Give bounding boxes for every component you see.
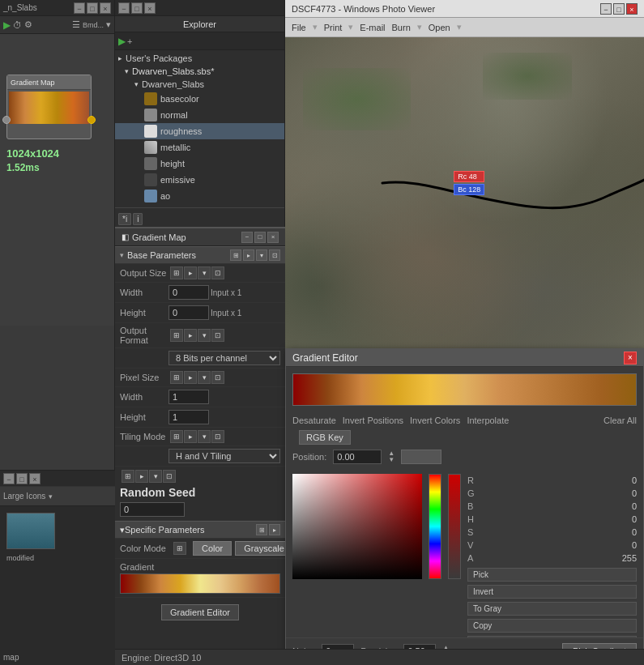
bottom-close-btn[interactable]: × xyxy=(29,473,41,484)
desaturate-btn[interactable]: Desaturate xyxy=(292,416,336,425)
package-item[interactable]: ▾ Dwarven_Slabs.sbs* xyxy=(115,65,284,78)
exp-add-icon[interactable]: + xyxy=(127,36,132,46)
close-left-btn[interactable]: × xyxy=(100,2,111,14)
base-icon1[interactable]: ⊞ xyxy=(230,249,241,261)
photo-max-btn[interactable]: □ xyxy=(613,3,625,15)
menu-open[interactable]: Open xyxy=(429,23,450,32)
base-params-header[interactable]: ▾ Base Parameters ⊞ ▸ ▾ ⊡ xyxy=(115,246,285,264)
tree-btn-i[interactable]: i xyxy=(133,213,143,225)
menu-file[interactable]: File xyxy=(292,23,306,32)
ps-icon1[interactable]: ⊞ xyxy=(170,371,183,384)
node-canvas[interactable]: Gradient Map 1024x1024 1.52ms xyxy=(0,34,114,326)
px-height-input[interactable] xyxy=(168,410,209,424)
tree-item-roughness[interactable]: roughness xyxy=(115,123,284,139)
tree-item-metallic[interactable]: metallic xyxy=(115,139,284,156)
rs-icon2[interactable]: ▸ xyxy=(135,470,148,483)
gradient-node[interactable]: Gradient Map xyxy=(6,75,92,139)
invert-positions-btn[interactable]: Invert Positions xyxy=(343,416,403,425)
props-float-btn[interactable]: □ xyxy=(254,232,266,243)
color-btn[interactable]: Color xyxy=(193,541,232,556)
tm-icon4[interactable]: ⊡ xyxy=(211,430,224,443)
props-close-btn[interactable]: × xyxy=(267,232,279,243)
interpolate-btn[interactable]: Interpolate xyxy=(467,416,509,425)
gear-icon[interactable]: ⚙ xyxy=(24,19,32,30)
rgb-key-tab[interactable]: RGB Key xyxy=(299,430,351,445)
width-input[interactable] xyxy=(168,285,209,300)
exp-play-icon[interactable]: ▶ xyxy=(118,36,126,47)
size-arrow[interactable]: ▾ xyxy=(49,492,53,501)
fmt-icon1[interactable]: ⊞ xyxy=(170,329,183,342)
rs-icon3[interactable]: ▾ xyxy=(149,470,162,483)
ps-icon2[interactable]: ▸ xyxy=(184,371,197,384)
tree-item-normal[interactable]: normal xyxy=(115,107,284,123)
tree-item-basecolor[interactable]: basecolor xyxy=(115,91,284,107)
position-input[interactable] xyxy=(333,450,382,464)
bottom-float-btn[interactable]: □ xyxy=(16,473,28,484)
height-input[interactable] xyxy=(168,305,209,320)
invert-colors-btn[interactable]: Invert Colors xyxy=(410,416,460,425)
dialog-close-btn[interactable]: × xyxy=(624,352,637,364)
right-connection[interactable] xyxy=(87,116,96,124)
random-seed-input[interactable] xyxy=(120,502,185,517)
base-icon4[interactable]: ⊡ xyxy=(269,249,280,261)
photo-close-btn[interactable]: × xyxy=(626,3,638,15)
invert-btn[interactable]: Invert xyxy=(467,585,637,599)
spec-icon2[interactable]: ▸ xyxy=(269,524,280,535)
tree-item-emissive[interactable]: emissive xyxy=(115,172,284,188)
gradient-preview[interactable] xyxy=(120,573,280,594)
format-dropdown[interactable]: 8 Bits per channel xyxy=(168,351,280,365)
exp-float[interactable]: □ xyxy=(131,2,143,14)
hue-slider[interactable] xyxy=(429,474,441,579)
link-icon[interactable]: ⊞ xyxy=(170,266,183,279)
fmt-icon3[interactable]: ▾ xyxy=(198,329,211,342)
exp-close[interactable]: × xyxy=(144,2,156,14)
gradient-bar[interactable] xyxy=(292,373,637,406)
pos-down-arrow[interactable]: ▼ xyxy=(388,457,395,463)
tree-btn-star[interactable]: *i xyxy=(118,213,131,225)
fmt-icon2[interactable]: ▸ xyxy=(184,329,197,342)
exp-pin[interactable]: − xyxy=(118,2,130,14)
float-btn[interactable]: □ xyxy=(87,2,98,14)
ps-icon3[interactable]: ▾ xyxy=(198,371,211,384)
tm-icon1[interactable]: ⊞ xyxy=(170,430,183,443)
play-icon[interactable]: ▶ xyxy=(3,19,11,31)
gradient-editor-btn[interactable]: Gradient Editor xyxy=(161,604,239,620)
base-icon2[interactable]: ▸ xyxy=(243,249,254,261)
pin-btn[interactable]: − xyxy=(74,2,85,14)
tree-item-height[interactable]: height xyxy=(115,156,284,172)
px-width-input[interactable] xyxy=(168,390,209,404)
subfolder-item[interactable]: ▾ Dwarven_Slabs xyxy=(115,78,284,91)
settings-icon[interactable]: ☰ xyxy=(72,19,80,30)
props-pin-btn[interactable]: − xyxy=(241,232,253,243)
tiling-dropdown[interactable]: H and V Tiling xyxy=(168,449,280,463)
chain-icon[interactable]: ▸ xyxy=(184,266,197,279)
menu-burn[interactable]: Burn xyxy=(392,23,411,32)
lock-icon[interactable]: ▾ xyxy=(198,266,211,279)
rs-icon1[interactable]: ⊞ xyxy=(122,470,134,483)
left-connection[interactable] xyxy=(2,116,11,124)
tm-icon3[interactable]: ▾ xyxy=(198,430,211,443)
alpha-strip[interactable] xyxy=(448,474,461,579)
spec-icon1[interactable]: ⊞ xyxy=(256,524,267,535)
cm-icon[interactable]: ⊞ xyxy=(173,542,186,555)
clear-all-btn[interactable]: Clear All xyxy=(603,416,637,425)
to-gray-btn[interactable]: To Gray xyxy=(467,602,637,616)
tm-icon2[interactable]: ▸ xyxy=(184,430,197,443)
menu-print[interactable]: Print xyxy=(324,23,343,32)
position-swatch[interactable] xyxy=(401,450,441,464)
rs-icon4[interactable]: ⊡ xyxy=(163,470,176,483)
pick-btn[interactable]: Pick xyxy=(467,568,637,582)
bottom-pin-btn[interactable]: − xyxy=(3,473,15,484)
color-gradient-picker[interactable] xyxy=(292,474,422,579)
photo-min-btn[interactable]: − xyxy=(600,3,612,15)
specific-params-header[interactable]: ▾ Specific Parameters ⊞ ▸ xyxy=(115,521,285,539)
menu-email[interactable]: E-mail xyxy=(360,23,385,32)
fmt-icon4[interactable]: ⊡ xyxy=(211,329,224,342)
tree-item-ao[interactable]: ao xyxy=(115,188,284,204)
dropdown-arrow[interactable]: ▾ xyxy=(106,19,111,30)
copy-btn[interactable]: Copy xyxy=(467,619,637,633)
ps-icon4[interactable]: ⊡ xyxy=(211,371,224,384)
user-packages-header[interactable]: ▸ User's Packages xyxy=(115,52,284,65)
rel-icon[interactable]: ⊡ xyxy=(211,266,224,279)
base-icon3[interactable]: ▾ xyxy=(256,249,267,261)
